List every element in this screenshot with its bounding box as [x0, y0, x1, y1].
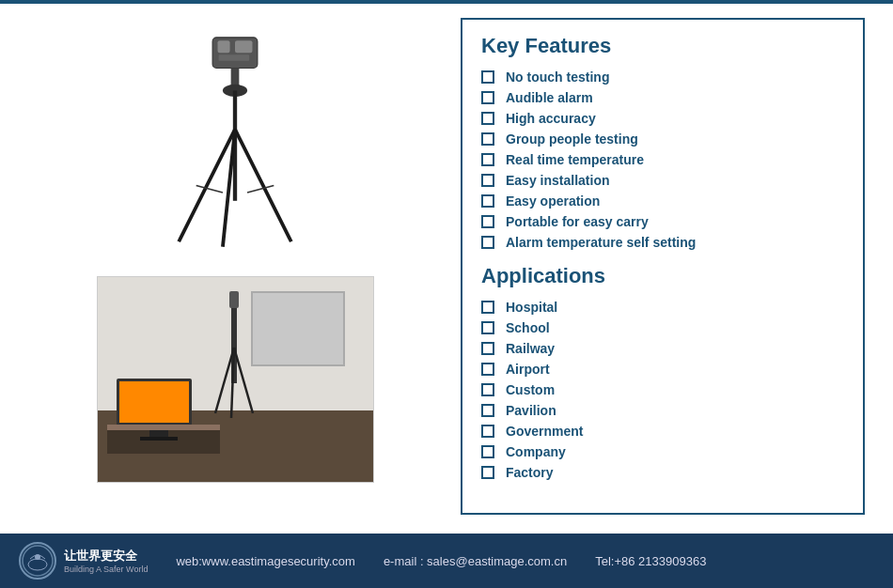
key-feature-item: Group people testing [481, 132, 844, 147]
svg-rect-2 [235, 40, 252, 53]
checkbox-icon [481, 342, 494, 355]
applications-title: Applications [481, 264, 844, 288]
key-feature-item: Alarm temperature self setting [481, 235, 844, 250]
main-content: Key Features No touch testingAudible ala… [0, 4, 893, 534]
checkbox-icon [481, 215, 494, 228]
key-feature-item: Easy operation [481, 193, 844, 209]
room-scene [98, 277, 373, 482]
key-feature-item: High accuracy [481, 111, 844, 126]
application-label: Railway [506, 341, 555, 356]
checkbox-icon [481, 466, 494, 479]
logo-svg [21, 544, 55, 578]
feature-label: Real time temperature [506, 152, 644, 167]
tripod-camera-svg [118, 27, 352, 262]
svg-point-19 [35, 554, 40, 560]
application-label: Pavilion [506, 403, 556, 418]
application-label: Factory [506, 465, 554, 480]
footer-logo-circle [19, 542, 56, 580]
application-item: Custom [481, 382, 844, 397]
checkbox-icon [481, 132, 494, 146]
checkbox-icon [481, 236, 494, 249]
feature-label: No touch testing [506, 70, 609, 85]
feature-label: Alarm temperature self setting [506, 235, 696, 250]
checkbox-icon [481, 70, 494, 84]
checkbox-icon [481, 301, 494, 314]
footer-logo-subtitle: Building A Safer World [64, 565, 148, 574]
application-label: Company [506, 444, 566, 459]
key-feature-item: Portable for easy carry [481, 214, 844, 229]
checkbox-icon [481, 174, 494, 187]
footer-logo: 让世界更安全 Building A Safer World [19, 542, 148, 580]
application-item: Pavilion [481, 403, 844, 418]
applications-list: HospitalSchoolRailwayAirportCustomPavili… [481, 300, 844, 480]
application-item: Railway [481, 341, 844, 356]
checkbox-icon [481, 194, 494, 208]
table-shadow [107, 430, 220, 454]
svg-rect-3 [219, 54, 250, 61]
svg-line-11 [247, 185, 274, 193]
checkbox-icon [481, 153, 494, 166]
footer-phone: Tel:+86 2133909363 [595, 554, 706, 568]
application-item: Company [481, 444, 844, 459]
feature-label: Audible alarm [506, 90, 593, 105]
application-item: Government [481, 424, 844, 439]
whiteboard [251, 291, 345, 366]
room-tripod-svg [211, 291, 258, 427]
checkbox-icon [481, 363, 494, 376]
svg-point-17 [23, 546, 53, 576]
right-panel: Key Features No touch testingAudible ala… [451, 13, 874, 524]
svg-point-18 [28, 559, 47, 570]
feature-label: Easy installation [506, 173, 609, 188]
feature-label: Group people testing [506, 132, 638, 147]
footer-website: web:www.eastimagesecurity.com [176, 554, 355, 568]
application-label: Government [506, 424, 583, 439]
checkbox-icon [481, 321, 494, 334]
monitor-screen [117, 379, 192, 426]
footer-logo-text-block: 让世界更安全 Building A Safer World [64, 548, 148, 574]
checkbox-icon [481, 383, 494, 396]
tripod-image-container [94, 23, 376, 267]
key-features-list: No touch testingAudible alarmHigh accura… [481, 70, 844, 250]
svg-line-8 [235, 130, 291, 242]
checkbox-icon [481, 91, 494, 104]
svg-rect-1 [218, 40, 230, 53]
checkbox-icon [481, 112, 494, 125]
application-item: Hospital [481, 300, 844, 315]
feature-label: Easy operation [506, 193, 600, 209]
checkbox-icon [481, 404, 494, 417]
key-feature-item: Real time temperature [481, 152, 844, 167]
footer: 让世界更安全 Building A Safer World web:www.ea… [0, 534, 893, 588]
key-features-title: Key Features [481, 34, 844, 58]
application-label: Custom [506, 382, 555, 397]
key-feature-item: No touch testing [481, 70, 844, 85]
feature-label: High accuracy [506, 111, 596, 126]
application-label: School [506, 320, 550, 335]
room-image [97, 276, 374, 483]
application-item: Airport [481, 362, 844, 377]
application-label: Airport [506, 362, 550, 377]
svg-rect-12 [229, 291, 239, 308]
key-feature-item: Easy installation [481, 173, 844, 188]
key-feature-item: Audible alarm [481, 90, 844, 105]
feature-label: Portable for easy carry [506, 214, 649, 229]
footer-logo-chinese: 让世界更安全 [64, 548, 148, 565]
left-panel [19, 13, 451, 524]
footer-email: e-mail : sales@eastimage.com.cn [384, 554, 567, 568]
svg-line-10 [196, 185, 223, 193]
application-label: Hospital [506, 300, 557, 315]
application-item: School [481, 320, 844, 335]
checkbox-icon [481, 425, 494, 438]
footer-info: web:www.eastimagesecurity.com e-mail : s… [176, 554, 706, 568]
application-item: Factory [481, 465, 844, 480]
feature-box: Key Features No touch testingAudible ala… [461, 18, 865, 515]
checkbox-icon [481, 445, 494, 458]
